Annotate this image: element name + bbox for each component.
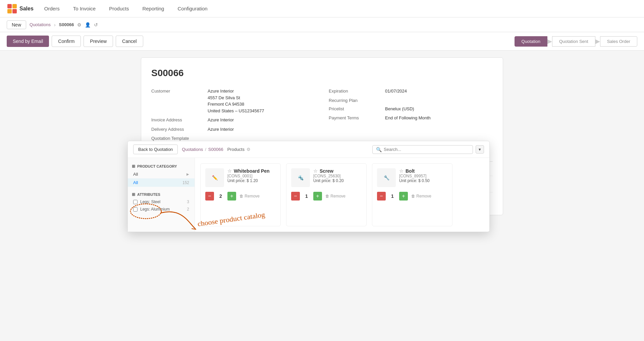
breadcrumb-separator: › xyxy=(54,22,56,27)
confirm-button[interactable]: Confirm xyxy=(52,36,81,47)
product-image-whiteboard-pen: ✏️ xyxy=(205,168,224,187)
search-icon: 🔍 xyxy=(376,147,382,152)
product-star-whiteboard-pen[interactable]: ☆ xyxy=(227,168,232,174)
attr-legs-aluminium-checkbox[interactable] xyxy=(133,207,138,212)
remove-bolt[interactable]: 🗑 Remove xyxy=(411,194,431,198)
pricelist-label: Pricelist xyxy=(329,106,382,111)
product-card-bolt: 🔧 ☆ Bolt [CONS_89957] Unit price: $ 0.50… xyxy=(372,163,452,222)
payment-terms-value: End of Following Month xyxy=(385,115,431,121)
right-fields-group: Expiration 01/07/2024 Recurring Plan Pri… xyxy=(329,87,493,142)
qty-minus-screw[interactable]: − xyxy=(291,192,300,201)
product-star-screw[interactable]: ☆ xyxy=(313,168,318,174)
catalog-header-right: 🔍 ▾ xyxy=(372,145,484,154)
pipeline-quotation-sent[interactable]: Quotation Sent xyxy=(552,36,595,47)
product-name-screw: ☆ Screw xyxy=(313,168,344,174)
svg-rect-3 xyxy=(12,9,17,13)
settings-icon[interactable]: ⚙ xyxy=(77,22,82,27)
status-pipeline: Quotation ▶ Quotation Sent ▶ Sales Order xyxy=(515,36,637,47)
attr-legs-steel[interactable]: Legs: Steel 3 xyxy=(128,198,195,206)
product-card-screw: 🔩 ☆ Screw [CONS_25630] Unit price: $ 0.2… xyxy=(286,163,367,222)
breadcrumb-current: S00066 xyxy=(59,22,74,27)
product-icon-screw: 🔩 xyxy=(298,175,304,180)
qty-plus-whiteboard-pen[interactable]: + xyxy=(227,192,236,201)
form-fields-grid: Customer Azure Interior 4557 De Silva St… xyxy=(151,87,493,142)
product-icon-bolt: 🔧 xyxy=(384,175,389,180)
customer-row: Customer Azure Interior 4557 De Silva St… xyxy=(151,87,315,115)
grid-icon: ⊞ xyxy=(132,164,135,169)
action-bar: Send by Email Confirm Preview Cancel Quo… xyxy=(0,32,644,51)
category-all-parent[interactable]: All ▶ xyxy=(128,170,195,178)
nav-configuration[interactable]: Configuration xyxy=(175,4,210,13)
product-price-bolt: Unit price: $ 0.50 xyxy=(399,178,430,183)
catalog-bc-current[interactable]: S00066 xyxy=(208,147,223,152)
payment-terms-label: Payment Terms xyxy=(329,115,382,120)
product-controls-screw: − 1 + 🗑 Remove xyxy=(291,192,362,201)
qty-value-whiteboard-pen: 2 xyxy=(216,193,225,199)
product-icon-whiteboard-pen: ✏️ xyxy=(212,175,218,180)
qty-plus-screw[interactable]: + xyxy=(313,192,322,201)
delivery-address-value: Azure Interior xyxy=(208,126,234,133)
attr-legs-steel-checkbox[interactable] xyxy=(133,200,138,204)
delivery-address-row: Delivery Address Azure Interior xyxy=(151,125,315,134)
back-to-quotation-button[interactable]: Back to Quotation xyxy=(133,145,178,154)
catalog-products-grid: ✏️ ☆ Whiteboard Pen [CONS_0001] Unit pri… xyxy=(195,158,489,222)
nav-to-invoice[interactable]: To Invoice xyxy=(70,4,99,13)
quotation-template-label: Quotation Template xyxy=(151,135,205,141)
attributes-section-title: ⊞ ATTRIBUTES xyxy=(128,190,195,198)
nav-products[interactable]: Products xyxy=(106,4,131,13)
qty-value-bolt: 1 xyxy=(388,193,397,199)
expiration-label: Expiration xyxy=(329,88,382,94)
pipeline-arrow-2: ▶ xyxy=(595,38,600,45)
expiration-row: Expiration 01/07/2024 xyxy=(329,87,493,96)
invoice-address-label: Invoice Address xyxy=(151,117,205,122)
customer-label: Customer xyxy=(151,88,205,94)
pipeline-sales-order[interactable]: Sales Order xyxy=(600,36,637,47)
qty-minus-whiteboard-pen[interactable]: − xyxy=(205,192,214,201)
remove-screw[interactable]: 🗑 Remove xyxy=(325,194,345,198)
pipeline-quotation[interactable]: Quotation xyxy=(515,36,547,47)
product-price-screw: Unit price: $ 0.20 xyxy=(313,178,344,183)
remove-whiteboard-pen[interactable]: 🗑 Remove xyxy=(239,194,260,198)
category-all-parent-label: All xyxy=(133,172,138,177)
breadcrumb-parent[interactable]: Quotations xyxy=(30,22,51,27)
new-button[interactable]: New xyxy=(7,20,26,29)
app-logo: Sales xyxy=(7,3,34,14)
catalog-search-input[interactable] xyxy=(384,147,469,152)
product-card-whiteboard-pen: ✏️ ☆ Whiteboard Pen [CONS_0001] Unit pri… xyxy=(200,163,281,222)
catalog-body: ⊞ PRODUCT CATEGORY All ▶ All 152 ⊞ ATTRI… xyxy=(128,158,489,222)
expiration-value: 01/07/2024 xyxy=(385,88,407,95)
send-email-button[interactable]: Send by Email xyxy=(7,36,49,47)
catalog-filter-dropdown[interactable]: ▾ xyxy=(476,145,484,154)
product-name-bolt: ☆ Bolt xyxy=(399,168,430,174)
product-image-bolt: 🔧 xyxy=(377,168,396,187)
user-icon[interactable]: 👤 xyxy=(85,22,91,27)
product-name-whiteboard-pen: ☆ Whiteboard Pen xyxy=(227,168,270,174)
qty-minus-bolt[interactable]: − xyxy=(377,192,386,201)
order-number: S00066 xyxy=(151,68,493,78)
svg-rect-1 xyxy=(12,4,17,8)
product-star-bolt[interactable]: ☆ xyxy=(399,168,404,174)
customer-field-group: Customer Azure Interior 4557 De Silva St… xyxy=(151,87,315,142)
catalog-overlay: Back to Quotation Quotations / S00066 Pr… xyxy=(127,141,490,222)
app-name: Sales xyxy=(19,6,34,12)
catalog-settings-icon[interactable]: ⚙ xyxy=(247,147,251,152)
product-controls-whiteboard-pen: − 2 + 🗑 Remove xyxy=(205,192,276,201)
catalog-header: Back to Quotation Quotations / S00066 Pr… xyxy=(128,141,489,158)
recurring-plan-label: Recurring Plan xyxy=(329,97,382,103)
pipeline-arrow-1: ▶ xyxy=(547,38,552,45)
qty-value-screw: 1 xyxy=(302,193,311,199)
attributes-grid-icon: ⊞ xyxy=(132,192,135,197)
category-all-active[interactable]: All 152 xyxy=(128,178,195,187)
refresh-icon[interactable]: ↺ xyxy=(94,22,98,27)
cancel-button[interactable]: Cancel xyxy=(116,36,143,47)
catalog-header-left: Back to Quotation Quotations / S00066 Pr… xyxy=(133,145,251,154)
category-section-title: ⊞ PRODUCT CATEGORY xyxy=(128,162,195,170)
catalog-bc-parent[interactable]: Quotations xyxy=(182,147,203,152)
qty-plus-bolt[interactable]: + xyxy=(399,192,408,201)
nav-reporting[interactable]: Reporting xyxy=(140,4,167,13)
attr-legs-aluminium[interactable]: Legs: Aluminium 2 xyxy=(128,206,195,213)
category-all-count: 152 xyxy=(182,180,189,185)
nav-orders[interactable]: Orders xyxy=(42,4,62,13)
category-expand-icon: ▶ xyxy=(186,172,189,176)
preview-button[interactable]: Preview xyxy=(84,36,113,47)
